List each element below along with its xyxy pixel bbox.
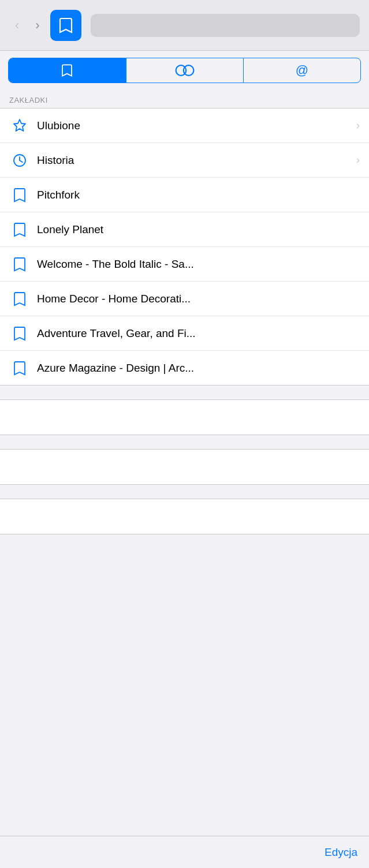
ulubione-label: Ulubione (37, 119, 352, 132)
address-bar[interactable] (91, 14, 360, 37)
book-icon-bold-italic (9, 257, 30, 272)
book-icon-azure-magazine (9, 361, 30, 376)
forward-button[interactable]: › (29, 13, 45, 38)
empty-row-1 (0, 400, 369, 435)
segment-shared[interactable]: @ (244, 58, 360, 83)
svg-point-1 (183, 65, 193, 76)
list-item-historia[interactable]: Historia › (0, 143, 369, 178)
list-item-ulubione[interactable]: Ulubione › (0, 108, 369, 143)
bottom-bar: Edycja (0, 836, 369, 868)
book-icon-pitchfork (9, 188, 30, 203)
list-item-pitchfork[interactable]: Pitchfork (0, 178, 369, 212)
bookmarks-tab-button[interactable] (50, 10, 81, 41)
top-nav-bar: ‹ › (0, 0, 369, 51)
book-icon-lonely-planet (9, 222, 30, 237)
bold-italic-label: Welcome - The Bold Italic - Sa... (37, 258, 360, 271)
list-item-home-decor[interactable]: Home Decor - Home Decorati... (0, 282, 369, 316)
azure-magazine-label: Azure Magazine - Design | Arc... (37, 362, 360, 375)
empty-section-2 (0, 449, 369, 485)
segment-reading[interactable] (126, 58, 243, 83)
empty-row-2 (0, 450, 369, 484)
segment-bookmarks[interactable] (9, 58, 125, 83)
historia-label: Historia (37, 154, 352, 167)
list-item-bold-italic[interactable]: Welcome - The Bold Italic - Sa... (0, 247, 369, 282)
list-item-azure-magazine[interactable]: Azure Magazine - Design | Arc... (0, 351, 369, 386)
back-button[interactable]: ‹ (9, 13, 25, 38)
svg-marker-2 (14, 119, 25, 131)
adventure-travel-label: Adventure Travel, Gear, and Fi... (37, 327, 360, 340)
segment-control: @ (8, 58, 361, 83)
clock-icon (9, 153, 30, 168)
star-icon (9, 118, 30, 133)
book-icon-adventure-travel (9, 326, 30, 341)
home-decor-label: Home Decor - Home Decorati... (37, 293, 360, 305)
ulubione-chevron: › (356, 119, 360, 132)
book-icon-home-decor (9, 291, 30, 306)
list-item-lonely-planet[interactable]: Lonely Planet (0, 212, 369, 247)
historia-chevron: › (356, 154, 360, 166)
empty-section-1 (0, 399, 369, 435)
section-label: ZAKŁADKI (0, 90, 369, 108)
edit-button[interactable]: Edycja (325, 846, 357, 859)
pitchfork-label: Pitchfork (37, 189, 360, 201)
empty-section-3 (0, 499, 369, 534)
svg-line-5 (20, 160, 23, 162)
list-item-adventure-travel[interactable]: Adventure Travel, Gear, and Fi... (0, 316, 369, 351)
empty-row-3 (0, 499, 369, 534)
lonely-planet-label: Lonely Planet (37, 223, 360, 236)
bookmark-list: Ulubione › Historia › Pitchfork L (0, 108, 369, 386)
